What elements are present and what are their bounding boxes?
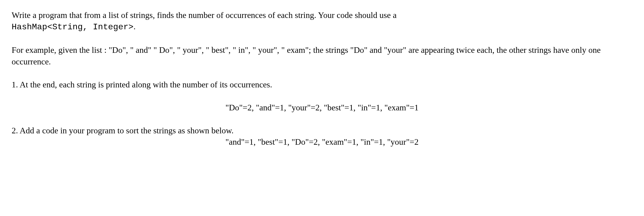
intro-suffix: .: [134, 22, 136, 31]
intro-paragraph: Write a program that from a list of stri…: [12, 10, 632, 33]
intro-text-part1: Write a program that from a list of stri…: [12, 10, 397, 20]
item2-output: "and"=1, "best"=1, "Do"=2, "exam"=1, "in…: [12, 136, 632, 148]
example-paragraph: For example, given the list : "Do", " an…: [12, 44, 632, 67]
item1-output: "Do"=2, "and"=1, "your"=2, "best"=1, "in…: [12, 102, 632, 113]
intro-code: HashMap<String, Integer>: [12, 22, 134, 32]
item1-text: 1. At the end, each string is printed al…: [12, 79, 632, 90]
item2-text: 2. Add a code in your program to sort th…: [12, 125, 632, 136]
